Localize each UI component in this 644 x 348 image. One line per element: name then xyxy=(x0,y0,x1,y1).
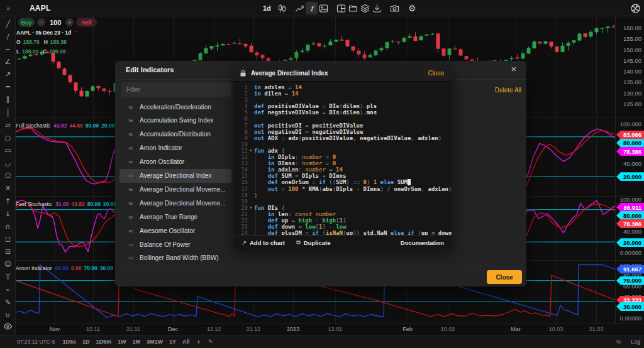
range-1D-button[interactable]: 1D xyxy=(82,339,90,345)
indicator-item-awesome-oscillator[interactable]: ≈Awesome Oscillator xyxy=(119,224,231,237)
snapshot-icon[interactable] xyxy=(389,2,401,14)
indicator-item-accumulation-swing-index[interactable]: ≈Accumulation Swing Index xyxy=(119,114,231,128)
stoch_fast-axis-label: 100.000 xyxy=(620,195,641,202)
stoch_fast-price-badge: 20.000 xyxy=(616,238,644,247)
tool-rectangle-icon[interactable]: ▭ xyxy=(0,145,16,156)
load-chart-icon[interactable] xyxy=(347,2,359,14)
quantity-plus-button[interactable]: + xyxy=(65,18,74,26)
tool-xabcd-pattern-icon[interactable]: ✕ xyxy=(0,183,16,194)
percent-scale-button[interactable]: % xyxy=(616,339,621,345)
edit-range-icon[interactable]: ✎ xyxy=(208,339,213,345)
tool-price-label-icon[interactable]: ⊡ xyxy=(0,246,16,258)
filter-input[interactable] xyxy=(121,82,231,97)
range-1W-button[interactable]: 1W xyxy=(118,339,126,345)
indicators-fx-icon[interactable]: f xyxy=(306,2,318,14)
timeframe-button[interactable]: 1d xyxy=(263,4,271,12)
log-scale-button[interactable]: Log xyxy=(631,339,640,345)
range-1D5m-button[interactable]: 1D5m xyxy=(96,339,112,345)
stoch_full-legend[interactable]: Full Stochastic43.8244.6080.0020.00 xyxy=(16,122,114,129)
compare-icon[interactable] xyxy=(294,2,306,14)
code-line-15: 15│ def SUM = DIpls + DImns xyxy=(234,173,452,179)
indicator-item-average-directional-moveme-[interactable]: ≈Average Directional Moveme... xyxy=(119,196,231,210)
indicator-item-average-directional-moveme-[interactable]: ≈Average Directional Moveme... xyxy=(119,182,231,196)
delete-all-button[interactable]: Delete All xyxy=(495,87,521,94)
indicator-item-acceleration-deceleration[interactable]: ≈Acceleration/Deceleration xyxy=(119,100,231,114)
range-1D5s-button[interactable]: 1D5s xyxy=(62,339,76,345)
indicator-templates-icon[interactable] xyxy=(318,2,330,14)
price-axis[interactable]: 160.00155.00150.00145.00140.00135.00130.… xyxy=(615,16,644,324)
aroon-axis-label: 0.00000 xyxy=(620,314,641,321)
duplicate-button[interactable]: ⧉Duplicate xyxy=(296,239,331,246)
tool-ray-icon[interactable]: ∕ xyxy=(0,31,16,42)
modal-close-button[interactable]: Close xyxy=(487,270,522,284)
quantity-value[interactable]: 100 xyxy=(50,19,61,26)
range-All-button[interactable]: All xyxy=(182,339,190,345)
tool-horizontal-line-icon[interactable]: ─ xyxy=(0,43,16,55)
time-axis[interactable]: Nov10.1121.11Dec12.1221.12202312.01Feb10… xyxy=(16,324,615,335)
tool-horizontal-ray-icon[interactable]: ━ xyxy=(0,82,16,93)
tool-magnet-icon[interactable]: ∪ xyxy=(0,309,16,320)
buy-button[interactable]: Buy xyxy=(18,18,35,27)
quantity-minus-button[interactable]: − xyxy=(37,18,45,26)
add-to-chart-button[interactable]: ↗Add to chart xyxy=(242,239,285,246)
candles-chart-type-icon[interactable] xyxy=(276,2,288,14)
candle xyxy=(408,34,412,38)
code-editor[interactable]: 1in adxlen = 142in dilen = 1434def posit… xyxy=(234,82,452,235)
tool-vertical-line-icon[interactable]: │ xyxy=(0,107,16,118)
tool-eye-icon[interactable] xyxy=(0,320,16,332)
code-line-19: 19 xyxy=(234,198,452,205)
symbol-title[interactable]: AAPL xyxy=(30,0,50,16)
add-range-button[interactable]: + xyxy=(197,338,201,345)
tool-arrow-up-icon[interactable]: ↑ xyxy=(0,195,16,207)
clock[interactable]: 07:23:12 UTC-5 xyxy=(17,339,55,345)
candle xyxy=(210,46,214,50)
tool-curve-icon[interactable]: ◡ xyxy=(0,158,16,169)
indicator-item-balance-of-power[interactable]: ‹›Balance Of Power xyxy=(119,237,231,251)
tool-parallelogram-icon[interactable]: ▱ xyxy=(0,119,16,131)
aroon-legend[interactable]: Aroon Indicator66.660.0070.0030.00 xyxy=(16,265,113,271)
expand-sidebar-icon[interactable]: » xyxy=(3,0,14,16)
range-1M-button[interactable]: 1M xyxy=(133,339,141,345)
indicator-item-label: Balance Of Power xyxy=(140,241,191,248)
tool-arrow-down-icon[interactable]: ↓ xyxy=(0,208,16,219)
indicator-item-bollinger-band-width-bbw-[interactable]: ‹›Bollinger Band Width (BBW) xyxy=(119,251,231,265)
candle xyxy=(431,33,435,35)
range-3M1W-button[interactable]: 3M1W xyxy=(147,339,163,345)
tool-comment-icon[interactable]: ◻ xyxy=(0,234,16,245)
modal-close-icon[interactable]: × xyxy=(508,62,520,75)
stoch_fast-legend[interactable]: Fast Stochastic31.0043.8280.0020.00 xyxy=(16,201,116,207)
tool-pencil-icon[interactable]: ✎ xyxy=(0,296,16,308)
tool-emoji-icon[interactable]: ☺ xyxy=(0,259,16,270)
layout-icon[interactable] xyxy=(335,2,347,14)
tool-ellipse-icon[interactable]: ○ xyxy=(0,132,16,143)
indicator-item-label: Aroon Oscillator xyxy=(140,158,184,165)
tool-trend-angle-icon[interactable]: ∠ xyxy=(0,56,16,67)
tool-arrow-marker-icon[interactable]: ↗ xyxy=(0,69,16,80)
sell-button[interactable]: Sell xyxy=(76,18,97,27)
range-1Y-button[interactable]: 1Y xyxy=(169,339,176,345)
candle xyxy=(442,48,446,57)
tool-parallel-channel-icon[interactable]: ∥ xyxy=(0,94,16,106)
indicator-item-label: Average Directional Index xyxy=(140,172,211,179)
indicator-item-average-directional-index[interactable]: ‹›Average Directional Index xyxy=(119,169,231,183)
indicator-item-aroon-oscillator[interactable]: ≈Aroon Oscillator xyxy=(119,155,231,169)
settings-icon[interactable]: ⚙ xyxy=(406,2,418,14)
candle xyxy=(221,43,225,46)
editor-close-button[interactable]: Close xyxy=(428,70,444,77)
indicator-item-average-true-range[interactable]: ≈Average True Range xyxy=(119,210,231,224)
layers-icon[interactable] xyxy=(359,2,371,14)
indicator-item-accumulation-distribution[interactable]: ≈Accumulation/Distribution xyxy=(119,128,231,141)
app-logo-icon[interactable] xyxy=(629,2,641,14)
download-icon[interactable] xyxy=(371,2,383,14)
indicator-item-aroon-indicator[interactable]: ≈Aroon Indicator xyxy=(119,141,231,155)
tool-text-icon[interactable]: T xyxy=(0,271,16,283)
aroon-legend-value: 70.00 xyxy=(84,265,97,271)
legend-symbol-line[interactable]: AAPL · 05 Dec 23 · 1d ⌃ xyxy=(16,29,78,36)
tool-brush-icon[interactable]: ⌁ xyxy=(0,284,16,295)
documentation-button[interactable]: Documentation xyxy=(401,239,444,246)
tool-trend-line-icon[interactable]: ╱ xyxy=(0,18,16,30)
chevron-up-icon[interactable]: ⌃ xyxy=(74,30,78,35)
tool-polygon-icon[interactable]: ⬠ xyxy=(0,170,16,182)
candle xyxy=(380,47,384,52)
tool-arc-icon[interactable]: ∩ xyxy=(0,220,16,232)
